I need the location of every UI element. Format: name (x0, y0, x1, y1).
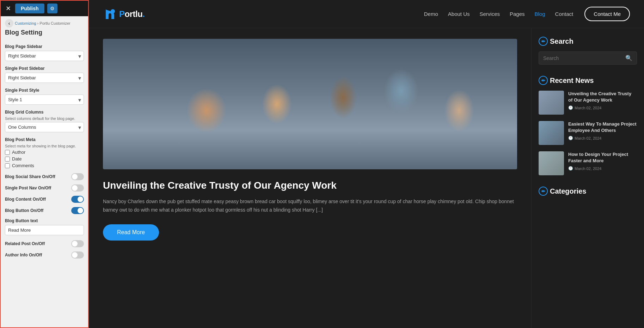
related-post-label: Related Post On/Off (5, 241, 45, 246)
news-info-3: How to Design Your Project Faster and Mo… (568, 151, 637, 171)
blog-post-title: Unveiling the Creative Trusty of Our Age… (103, 179, 517, 192)
blog-social-share-toggle-row: Blog Social Share On/Off (5, 173, 84, 180)
meta-author-checkbox-wrap: Author (5, 150, 84, 155)
breadcrumb-text: Customizing › Portlu Customizer (15, 21, 70, 25)
single-post-nav-toggle-row: Single Post Nav On/Off (5, 184, 84, 192)
single-post-nav-toggle[interactable] (71, 184, 84, 192)
nav-link-blog[interactable]: Blog (535, 11, 545, 17)
blog-grid-columns-field: Blog Grid Columns Select columns default… (5, 110, 84, 132)
blog-sidebar: ✏ Search 🔍 ✏ Recent News Unv (531, 28, 644, 328)
related-post-toggle[interactable] (71, 240, 84, 247)
blog-post-image (103, 39, 517, 169)
nav-item-blog: Blog (535, 11, 545, 17)
blog-content-label: Blog Content On/Off (5, 197, 46, 202)
news-info-1: Unveiling the Creative Trusty of Our Age… (568, 91, 637, 110)
breadcrumb-customizing-link[interactable]: Customizing (15, 21, 36, 25)
search-input[interactable] (543, 55, 625, 61)
news-thumb-2 (539, 121, 564, 145)
single-post-sidebar-label: Single Post Sidebar (5, 66, 84, 71)
blog-grid-columns-select[interactable]: One Columns (5, 122, 84, 132)
nav-link-services[interactable]: Services (479, 11, 500, 17)
panel-title: Blog Setting (1, 28, 88, 41)
news-info-2: Easiest Way To Manage Project Employee A… (568, 121, 637, 140)
blog-grid-columns-label: Blog Grid Columns (5, 110, 84, 115)
search-widget-icon: ✏ (539, 37, 548, 46)
meta-date-checkbox-wrap: Date (5, 156, 84, 162)
customizer-panel: ✕ Publish ⚙ ‹ Customizing › Portlu Custo… (0, 0, 89, 328)
search-widget: ✏ Search 🔍 (539, 37, 637, 65)
nav-item-services: Services (479, 11, 500, 17)
search-box: 🔍 (539, 51, 637, 65)
blog-page-sidebar-select[interactable]: Right Sidebar (5, 51, 84, 61)
news-date-1: 🕐 March 02, 2024 (568, 105, 637, 110)
single-post-style-select[interactable]: Style 1 (5, 95, 84, 105)
author-info-toggle-row: Author Info On/Off (5, 251, 84, 259)
logo: Portlu. (103, 6, 145, 22)
site-header: Portlu. Demo About Us Services Pages Blo… (89, 0, 644, 28)
nav-link-contact[interactable]: Contact (555, 11, 574, 17)
gear-button[interactable]: ⚙ (47, 4, 57, 13)
news-title-3: How to Design Your Project Faster and Mo… (568, 151, 637, 164)
read-more-button[interactable]: Read More (103, 224, 159, 241)
search-title-text: Search (550, 37, 574, 45)
publish-button[interactable]: Publish (15, 4, 44, 13)
nav-link-demo[interactable]: Demo (424, 11, 438, 17)
categories-widget: ✏ Categories (539, 187, 637, 196)
panel-content: Blog Page Sidebar Right Sidebar Single P… (1, 41, 88, 327)
meta-date-label: Date (12, 156, 22, 162)
blog-grid-columns-sublabel: Select columns default for the blog page… (5, 116, 84, 121)
content-area: Unveiling the Creative Trusty of Our Age… (89, 28, 644, 328)
blog-social-share-label: Blog Social Share On/Off (5, 174, 55, 179)
nav-item-demo: Demo (424, 11, 438, 17)
single-post-style-field: Single Post Style Style 1 (5, 88, 84, 105)
breadcrumb-back-button[interactable]: ‹ (5, 19, 13, 28)
search-widget-title: ✏ Search (539, 37, 637, 46)
news-thumb-3 (539, 151, 564, 175)
blog-page-sidebar-label: Blog Page Sidebar (5, 44, 84, 49)
blog-button-label: Blog Button On/Off (5, 208, 43, 213)
blog-post-image-inner (103, 39, 517, 169)
nav-link-about[interactable]: About Us (448, 11, 470, 17)
categories-title-text: Categories (550, 187, 586, 195)
blog-button-text-input[interactable] (5, 225, 84, 235)
close-button[interactable]: ✕ (4, 5, 12, 12)
blog-button-toggle[interactable] (71, 207, 84, 214)
panel-topbar: ✕ Publish ⚙ (1, 1, 88, 16)
contact-me-button[interactable]: Contact Me (584, 7, 630, 21)
blog-content-toggle-row: Blog Content On/Off (5, 196, 84, 203)
blog-social-share-toggle[interactable] (71, 173, 84, 180)
blog-post-meta-checkboxes: Author Date Comments (5, 150, 84, 168)
meta-date-checkbox[interactable] (5, 157, 10, 162)
blog-content-toggle[interactable] (71, 196, 84, 203)
related-post-toggle-row: Related Post On/Off (5, 240, 84, 247)
news-item-2: Easiest Way To Manage Project Employee A… (539, 121, 637, 145)
news-item-1: Unveiling the Creative Trusty of Our Age… (539, 91, 637, 115)
nav-links: Demo About Us Services Pages Blog Contac… (424, 11, 574, 17)
meta-comments-label: Comments (12, 163, 34, 168)
recent-news-title-text: Recent News (550, 77, 594, 85)
author-info-toggle[interactable] (71, 251, 84, 259)
author-info-label: Author Info On/Off (5, 253, 42, 257)
single-post-nav-label: Single Post Nav On/Off (5, 186, 51, 190)
news-title-2: Easiest Way To Manage Project Employee A… (568, 121, 637, 134)
meta-author-checkbox[interactable] (5, 150, 10, 155)
nav-link-pages[interactable]: Pages (510, 11, 525, 17)
recent-news-widget: ✏ Recent News Unveiling the Creative Tru… (539, 76, 637, 175)
search-icon: 🔍 (625, 55, 632, 61)
logo-text: Portlu. (119, 9, 145, 19)
breadcrumb: ‹ Customizing › Portlu Customizer (1, 16, 88, 28)
categories-icon: ✏ (539, 187, 548, 196)
single-post-sidebar-select[interactable]: Right Sidebar (5, 73, 84, 83)
blog-button-text-label: Blog Button text (5, 218, 84, 223)
nav-item-pages: Pages (510, 11, 525, 17)
single-post-sidebar-select-wrap: Right Sidebar (5, 73, 84, 83)
blog-grid-columns-select-wrap: One Columns (5, 122, 84, 132)
single-post-style-select-wrap: Style 1 (5, 95, 84, 105)
main-nav: Demo About Us Services Pages Blog Contac… (424, 11, 574, 17)
news-thumb-1 (539, 91, 564, 115)
meta-comments-checkbox[interactable] (5, 163, 10, 168)
blog-page-sidebar-select-wrap: Right Sidebar (5, 51, 84, 61)
main-area: Portlu. Demo About Us Services Pages Blo… (89, 0, 644, 328)
blog-button-text-field: Blog Button text (5, 218, 84, 235)
nav-item-contact: Contact (555, 11, 574, 17)
